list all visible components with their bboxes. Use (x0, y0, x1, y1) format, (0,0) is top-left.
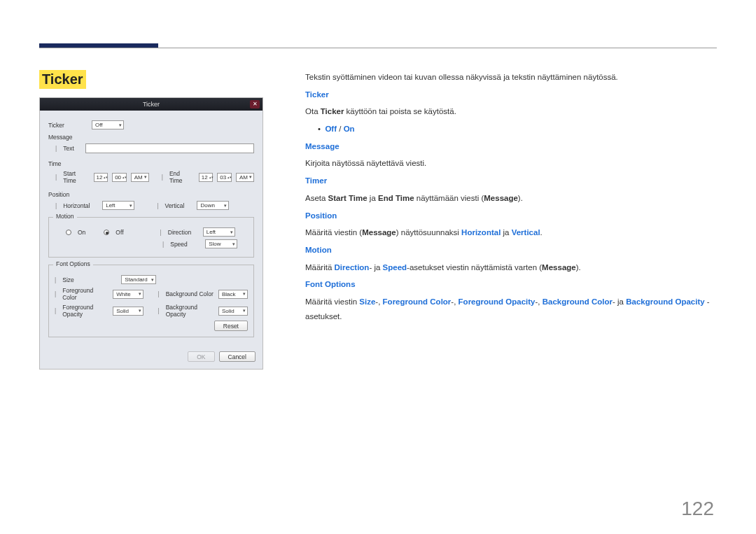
timer-desc: Aseta Start Time ja End Time näyttämään … (305, 191, 717, 206)
on-label: On (78, 229, 85, 236)
close-icon[interactable]: ✕ (250, 100, 260, 108)
direction-label: Direction (168, 229, 199, 236)
motion-group: Motion On Off |Direction Left (48, 217, 254, 258)
font-title: Font Options (305, 280, 356, 288)
message-title: Message (305, 142, 340, 150)
content: Ticker Ticker ✕ Ticker Off Message |Text (39, 70, 717, 370)
ticker-select[interactable]: Off (92, 120, 124, 129)
horizontal-select[interactable]: Left (102, 201, 134, 210)
window-footer: OK Cancel (40, 347, 262, 369)
fgcolor-select[interactable]: White (113, 290, 144, 299)
motion-desc: Määritä Direction- ja Speed-asetukset vi… (305, 260, 717, 275)
start-hour[interactable]: 12 (94, 173, 108, 182)
vertical-select[interactable]: Down (197, 201, 229, 210)
off-label: Off (115, 229, 123, 236)
window-title: Ticker (143, 101, 160, 108)
left-column: Ticker Ticker ✕ Ticker Off Message |Text (39, 70, 263, 370)
end-ampm[interactable]: AM (236, 173, 254, 182)
ticker-title: Ticker (305, 90, 329, 99)
horizontal-label: Horizontal (63, 202, 98, 209)
font-group: Font Options |Size Standard |Foreground … (48, 265, 254, 337)
font-group-label: Font Options (53, 260, 93, 267)
speed-label: Speed (170, 241, 201, 248)
motion-off-radio[interactable] (104, 230, 109, 235)
position-title: Position (305, 211, 337, 220)
end-time-label: End Time (169, 170, 195, 184)
message-desc: Kirjoita näytössä näytettävä viesti. (305, 156, 717, 171)
fgopacity-select[interactable]: Solid (113, 307, 144, 316)
end-hour[interactable]: 12 (199, 173, 214, 182)
font-desc: Määritä viestin Size-, Foreground Color-… (305, 295, 717, 323)
end-min[interactable]: 03 (217, 173, 232, 182)
start-min[interactable]: 00 (112, 173, 127, 182)
position-desc: Määritä viestin (Message) näyttösuunnaks… (305, 225, 717, 240)
position-label: Position (48, 191, 88, 198)
section-heading: Ticker (39, 70, 86, 89)
size-label: Size (62, 276, 117, 283)
header-rule (39, 48, 717, 48)
intro-text: Tekstin syöttäminen videon tai kuvan oll… (305, 70, 717, 85)
message-input[interactable] (85, 143, 254, 153)
motion-on-radio[interactable] (66, 230, 71, 235)
bgcolor-select[interactable]: Black (218, 290, 248, 299)
motion-group-label: Motion (53, 213, 77, 220)
start-time-label: Start Time (63, 170, 89, 184)
ticker-row: Ticker Off (48, 120, 254, 129)
time-section: Time |Start Time 12 00 AM |End Time 12 0… (48, 160, 254, 184)
page-number: 122 (681, 498, 714, 520)
bgopacity-label: Background Opacity (166, 304, 214, 318)
window-body: Ticker Off Message |Text Time |Start Tim… (40, 111, 262, 347)
size-select[interactable]: Standard (121, 275, 156, 284)
fgopacity-label: Foreground Opacity (62, 304, 108, 318)
text-label: Text (63, 145, 81, 152)
direction-select[interactable]: Left (203, 227, 235, 237)
ticker-options: • Off / On (305, 122, 717, 136)
time-label: Time (48, 160, 88, 167)
bgcolor-label: Background Color (166, 290, 214, 297)
right-column: Tekstin syöttäminen videon tai kuvan oll… (305, 70, 717, 370)
bgopacity-select[interactable]: Solid (218, 307, 248, 316)
motion-title: Motion (305, 246, 332, 254)
ticker-label: Ticker (48, 122, 88, 129)
reset-button[interactable]: Reset (214, 321, 248, 331)
fgcolor-label: Foreground Color (62, 287, 108, 301)
message-section: Message |Text (48, 134, 254, 153)
cancel-button[interactable]: Cancel (219, 351, 255, 362)
start-ampm[interactable]: AM (131, 173, 149, 182)
ok-button[interactable]: OK (188, 351, 214, 362)
position-section: Position |Horizontal Left |Vertical Down (48, 191, 254, 210)
screenshot-panel: Ticker ✕ Ticker Off Message |Text Time (39, 97, 263, 370)
ticker-desc: Ota Ticker käyttöön tai poista se käytös… (305, 104, 717, 119)
window-titlebar: Ticker ✕ (40, 98, 262, 111)
speed-select[interactable]: Slow (205, 239, 237, 248)
message-label: Message (48, 134, 88, 141)
vertical-label: Vertical (164, 202, 192, 209)
timer-title: Timer (305, 176, 327, 185)
